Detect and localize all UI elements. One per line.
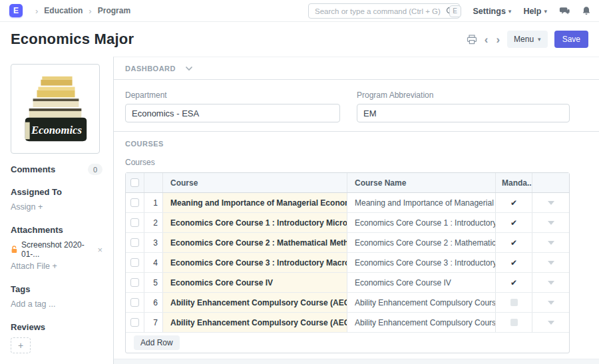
plus-icon: + <box>53 262 57 271</box>
row-index: 4 <box>144 253 163 272</box>
row-expand-toggle[interactable] <box>532 233 569 252</box>
course-cell[interactable]: Economics Core Course 1 : Introductory M… <box>163 213 347 232</box>
help-menu[interactable]: Help ▾ <box>523 7 547 16</box>
mandatory-cell[interactable]: ✔ <box>496 233 532 252</box>
app-logo[interactable]: E <box>9 4 23 17</box>
row-checkbox[interactable] <box>130 198 139 207</box>
chevron-down-icon <box>185 66 193 71</box>
notifications-bell-icon[interactable] <box>582 6 591 16</box>
course-cell[interactable]: Economics Core Course 2 : Mathematical M… <box>163 233 347 252</box>
course-cell[interactable]: Ability Enhancement Compulsory Course (A… <box>163 313 347 332</box>
menu-button[interactable]: Menu ▾ <box>507 31 548 48</box>
course-name-cell[interactable]: Economics Core Course 1 : Introductory M… <box>347 213 496 232</box>
assign-label: Assign <box>11 202 36 212</box>
mandatory-cell[interactable]: ✔ <box>496 193 532 212</box>
remove-attachment-icon[interactable]: × <box>97 245 102 255</box>
course-name-column-header: Course Name <box>347 173 496 192</box>
courses-section: COURSES Courses Course Course Name Manda… <box>114 132 599 364</box>
search-input[interactable] <box>309 7 446 15</box>
course-name-cell[interactable]: Economics Core Course IV <box>347 273 496 292</box>
breadcrumb-education[interactable]: Education <box>44 6 83 15</box>
courses-section-label: COURSES <box>125 140 588 148</box>
row-index: 3 <box>144 233 163 252</box>
economics-books-image: Economics <box>16 69 95 149</box>
attachments-heading: Attachments <box>11 225 102 235</box>
check-icon: ✔ <box>510 278 517 287</box>
course-name-cell[interactable]: Ability Enhancement Compulsory Course (A… <box>347 293 496 312</box>
table-row: 2 Economics Core Course 1 : Introductory… <box>126 213 569 233</box>
assign-link[interactable]: Assign + <box>11 202 102 212</box>
mandatory-cell[interactable] <box>496 313 532 332</box>
chevron-down-icon: ▾ <box>508 8 512 15</box>
mandatory-cell[interactable]: ✔ <box>496 213 532 232</box>
row-checkbox[interactable] <box>130 318 139 327</box>
help-label: Help <box>523 7 541 16</box>
breadcrumb-program[interactable]: Program <box>98 6 130 15</box>
row-checkbox[interactable] <box>130 238 139 247</box>
row-checkbox[interactable] <box>130 278 139 287</box>
record-image[interactable]: Economics <box>11 64 100 154</box>
mandatory-cell[interactable]: ✔ <box>496 253 532 272</box>
prev-record-button[interactable]: ‹ <box>484 34 489 45</box>
plus-icon: + <box>38 202 43 212</box>
course-name-cell[interactable]: Economics Core Course 3 : Introductory M… <box>347 253 496 272</box>
expand-column-header <box>532 173 569 192</box>
chevron-down-icon <box>548 261 554 265</box>
chevron-down-icon <box>548 281 554 285</box>
details-section: Department Program Abbreviation <box>114 80 599 132</box>
add-tag-input[interactable]: Add a tag ... <box>11 299 102 309</box>
unlock-icon[interactable] <box>11 246 18 254</box>
row-expand-toggle[interactable] <box>532 293 569 312</box>
table-row: 5 Economics Core Course IV Economics Cor… <box>126 273 569 293</box>
breadcrumb: › Education › Program <box>29 6 130 16</box>
user-avatar[interactable]: E <box>449 5 461 17</box>
select-all-checkbox[interactable] <box>130 178 139 187</box>
next-record-button[interactable]: › <box>495 34 500 45</box>
row-index: 6 <box>144 293 163 312</box>
row-expand-toggle[interactable] <box>532 193 569 212</box>
page-title: Economics Major <box>11 31 134 48</box>
next-section-edge <box>114 359 599 364</box>
add-row-button[interactable]: Add Row <box>134 335 180 350</box>
course-name-cell[interactable]: Meaning and Importance of Managerial Eco… <box>347 193 496 212</box>
attach-file-link[interactable]: Attach File + <box>11 262 102 271</box>
chevron-down-icon: ▾ <box>544 8 547 15</box>
attachment-link[interactable]: Screenshot 2020-01-... <box>21 240 97 259</box>
chevron-down-icon <box>548 241 554 245</box>
course-cell[interactable]: Economics Core Course IV <box>163 273 347 292</box>
row-checkbox[interactable] <box>130 258 139 267</box>
comments-link[interactable]: Comments 0 <box>11 164 102 175</box>
navbar: E › Education › Program E Settings ▾ Hel… <box>0 0 599 22</box>
mandatory-cell[interactable]: ✔ <box>496 273 532 292</box>
courses-grid: Course Course Name Manda... 1 Meaning an… <box>125 172 570 353</box>
add-review-button[interactable]: + <box>11 337 31 353</box>
course-cell[interactable]: Meaning and Importance of Managerial Eco… <box>163 193 347 212</box>
table-row: 4 Economics Core Course 3 : Introductory… <box>126 253 569 273</box>
program-abbreviation-field[interactable] <box>357 104 570 122</box>
chevron-down-icon <box>548 201 554 205</box>
department-field[interactable] <box>125 104 340 122</box>
row-expand-toggle[interactable] <box>532 213 569 232</box>
row-expand-toggle[interactable] <box>532 273 569 292</box>
row-expand-toggle[interactable] <box>532 253 569 272</box>
mandatory-cell[interactable] <box>496 293 532 312</box>
menu-button-label: Menu <box>514 35 534 44</box>
chevron-right-icon: › <box>89 6 91 16</box>
settings-menu[interactable]: Settings ▾ <box>473 7 512 16</box>
disabled-checkbox-icon <box>510 319 518 326</box>
chat-icon[interactable] <box>559 7 570 16</box>
comments-count-badge: 0 <box>88 164 102 175</box>
row-checkbox[interactable] <box>130 218 139 227</box>
course-name-cell[interactable]: Economics Core Course 2 : Mathematical M… <box>347 233 496 252</box>
row-index: 7 <box>144 313 163 332</box>
course-name-cell[interactable]: Ability Enhancement Compulsory Course (A… <box>347 313 496 332</box>
row-expand-toggle[interactable] <box>532 313 569 332</box>
dashboard-section[interactable]: DASHBOARD <box>114 57 599 80</box>
chevron-down-icon <box>548 221 554 225</box>
course-cell[interactable]: Ability Enhancement Compulsory Course (A… <box>163 293 347 312</box>
save-button[interactable]: Save <box>554 31 588 48</box>
print-icon[interactable] <box>467 35 477 45</box>
course-cell[interactable]: Economics Core Course 3 : Introductory M… <box>163 253 347 272</box>
grid-index-header <box>144 173 163 192</box>
row-checkbox[interactable] <box>130 298 139 307</box>
